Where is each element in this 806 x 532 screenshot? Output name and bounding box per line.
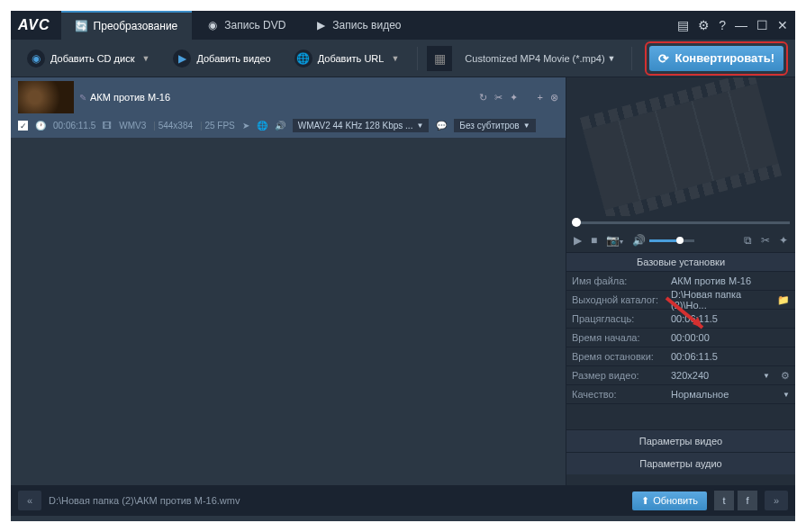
chevron-down-icon: ▼ [783, 391, 790, 399]
add-video-button[interactable]: ▶ Добавить видео [164, 46, 279, 71]
profile-label: Customized MP4 Movie (*.mp4) [465, 53, 604, 64]
refresh-icon[interactable]: ↻ [479, 92, 487, 104]
update-button[interactable]: ⬆ Обновить [632, 491, 707, 510]
duration: 00:06:11.5 [53, 121, 95, 131]
settings-panel: Базовые установки Имя файла: АКМ против … [566, 252, 795, 485]
checkbox[interactable]: ✓ [18, 121, 28, 131]
preview-area [566, 77, 795, 216]
convert-icon: 🔄 [76, 20, 88, 32]
output-path: D:\Новая папка (2)\АКМ против М-16.wmv [49, 495, 625, 506]
add-icon[interactable]: + [538, 92, 543, 104]
tab-convert[interactable]: 🔄 Преобразование [61, 11, 193, 40]
profile-icon[interactable]: ▦ [427, 46, 452, 71]
pencil-icon[interactable]: ✎ [79, 93, 86, 103]
value: 00:06:11.5 [666, 313, 795, 324]
quality-select[interactable]: Нормальное ▼ [666, 389, 795, 400]
divider [631, 47, 632, 70]
seek-knob[interactable] [572, 218, 581, 227]
resolution: 544x384 [153, 121, 193, 131]
speaker-icon: 🔊 [275, 121, 285, 131]
tab-label: Преобразование [94, 20, 178, 32]
file-title: АКМ против М-16 [90, 92, 170, 103]
row-outdir: Выходной каталог: D:\Новая папка (2)\Но.… [566, 291, 795, 310]
close-icon[interactable]: ✕ [777, 18, 788, 32]
button-label: Конвертировать! [675, 51, 774, 65]
profile-select[interactable]: Customized MP4 Movie (*.mp4) ▼ [457, 53, 622, 64]
popout-icon[interactable]: ⧉ [744, 234, 752, 247]
volume-control[interactable]: 🔊 [632, 234, 694, 247]
refresh-icon: ⟳ [658, 51, 669, 66]
social-facebook[interactable]: f [738, 491, 757, 510]
label: Время остановки: [566, 351, 666, 362]
chevron-down-icon: ▼ [523, 122, 530, 130]
outdir-field[interactable]: D:\Новая папка (2)\Но... 📁 [666, 289, 795, 311]
collapse-left-button[interactable]: « [18, 491, 41, 510]
video-plus-icon: ▶ [173, 50, 191, 68]
scissors-icon[interactable]: ✂ [761, 234, 770, 247]
snapshot-button[interactable]: 📷▾ [606, 234, 623, 247]
tab-label: Запись DVD [224, 19, 285, 32]
row-start: Время начала: 00:00:00 [566, 329, 795, 347]
thumbnail [18, 81, 74, 113]
label: Качество: [566, 389, 666, 400]
tab-dvd[interactable]: ◉ Запись DVD [192, 11, 300, 40]
effects-icon[interactable]: ✦ [510, 92, 518, 104]
maximize-icon[interactable]: ☐ [756, 18, 768, 32]
folder-icon[interactable]: 📁 [777, 294, 790, 306]
label: Размер видео: [566, 370, 666, 381]
video-params-button[interactable]: Параметры видео [566, 429, 795, 452]
stop-button[interactable]: ■ [591, 234, 597, 247]
volume-knob[interactable] [676, 237, 684, 244]
minimize-icon[interactable]: — [735, 18, 747, 32]
size-select[interactable]: 320x240 ▼ [666, 370, 775, 381]
scissors-icon[interactable]: ✂ [494, 92, 503, 104]
seek-bar[interactable] [566, 216, 795, 229]
file-item[interactable]: ✎ АКМ против М-16 ↻ ✂ ✦ + ⊗ ✓ 🕐 00:06:11… [11, 77, 566, 138]
subtitle-select[interactable]: Без субтитров ▼ [454, 119, 535, 132]
arrow-icon: ➤ [242, 121, 249, 131]
app-logo: AVC [18, 17, 50, 33]
audio-label: WMAV2 44 KHz 128 Kbps ... [298, 121, 413, 131]
collapse-right-button[interactable]: » [765, 491, 788, 510]
file-list-panel: ✎ АКМ против М-16 ↻ ✂ ✦ + ⊗ ✓ 🕐 00:06:11… [11, 77, 566, 485]
speaker-icon: 🔊 [632, 234, 646, 247]
chevron-down-icon: ▼ [142, 54, 150, 63]
divider [417, 47, 418, 70]
label: Працягласць: [566, 313, 666, 324]
toolbar: ◉ Добавить CD диск ▼ ▶ Добавить видео 🌐 … [11, 40, 795, 77]
label: Выходной каталог: [566, 294, 666, 305]
start-field[interactable]: 00:00:00 [666, 332, 795, 343]
upload-icon: ⬆ [641, 495, 649, 507]
filename-field[interactable]: АКМ против М-16 [666, 275, 795, 286]
convert-button[interactable]: ⟳ Конвертировать! [649, 46, 783, 71]
play-button[interactable]: ▶ [574, 234, 582, 247]
help-icon[interactable]: ? [719, 18, 726, 32]
audio-params-button[interactable]: Параметры аудио [566, 452, 795, 474]
subtitle-icon: 💬 [436, 121, 447, 131]
player-controls: ▶ ■ 📷▾ 🔊 ⧉ ✂ ✦ [566, 229, 795, 252]
tab-record[interactable]: ▶ Запись видео [300, 11, 415, 40]
menu-icon[interactable]: ▤ [677, 18, 689, 32]
row-quality: Качество: Нормальное ▼ [566, 385, 795, 404]
disc-icon: ◉ [206, 19, 219, 32]
row-length: Працягласць: 00:06:11.5 [566, 310, 795, 329]
audio-select[interactable]: WMAV2 44 KHz 128 Kbps ... ▼ [293, 119, 430, 132]
right-panel: ▶ ■ 📷▾ 🔊 ⧉ ✂ ✦ Базовые установки Имя фай… [566, 77, 795, 485]
fps: 25 FPS [200, 121, 235, 131]
filmstrip-placeholder [580, 77, 782, 216]
settings-header: Базовые установки [566, 252, 795, 272]
add-url-button[interactable]: 🌐 Добавить URL ▼ [285, 46, 409, 71]
label: Время начала: [566, 332, 666, 343]
gear-icon[interactable]: ⚙ [775, 370, 795, 382]
social-twitter[interactable]: t [714, 491, 734, 510]
remove-icon[interactable]: ⊗ [550, 92, 558, 104]
button-label: Добавить видео [196, 53, 270, 64]
gear-icon[interactable]: ⚙ [698, 18, 710, 32]
play-circle-icon: ▶ [314, 19, 327, 32]
codec: WMV3 [119, 121, 146, 131]
globe-icon: 🌐 [257, 121, 267, 131]
film-icon: 🎞 [103, 121, 112, 131]
add-cd-button[interactable]: ◉ Добавить CD диск ▼ [18, 46, 158, 71]
crop-icon[interactable]: ✦ [779, 234, 788, 247]
stop-field[interactable]: 00:06:11.5 [666, 351, 795, 362]
